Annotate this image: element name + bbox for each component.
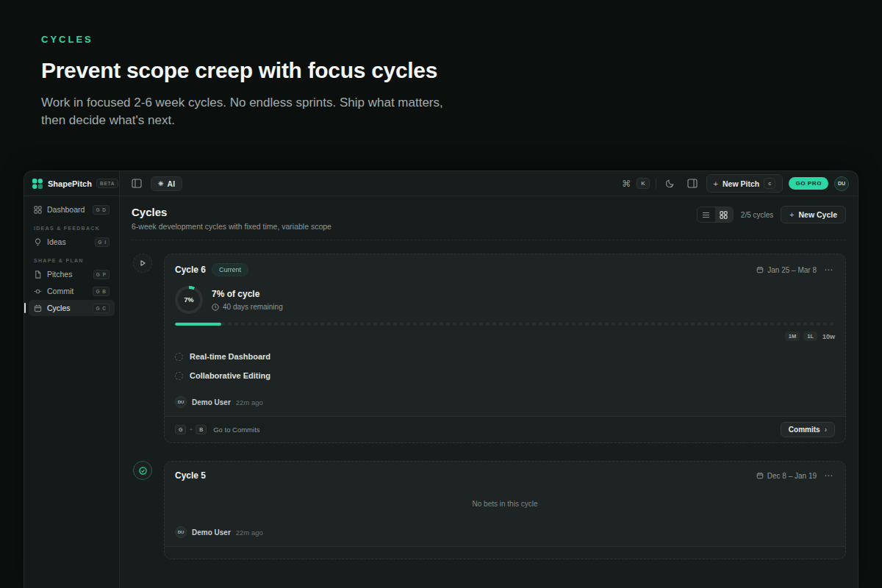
calendar-icon [34, 304, 42, 312]
date-range: Jan 25 – Mar 8 [756, 266, 817, 274]
dashboard-grid-icon [34, 206, 42, 214]
nav-shortcut: G D [93, 205, 110, 215]
sidebar-item-cycles[interactable]: Cycles G C [29, 300, 115, 316]
topbar: ✳ AI ⌘ K + New Pitch c GO PRO [120, 171, 858, 196]
k-keycap: K [637, 178, 649, 189]
hero-section: CYCLES Prevent scope creep with focus cy… [0, 0, 882, 129]
progress-block: 7% 7% of cycle 40 days remaining [175, 286, 835, 314]
more-menu-button[interactable]: ⋯ [822, 265, 835, 275]
ai-button-label: AI [168, 179, 176, 188]
cycle-title: Cycle 5 [175, 470, 206, 481]
sidebar-item-commit[interactable]: Commit G B [29, 283, 115, 299]
clock-icon [212, 304, 219, 311]
sidebar-header: ShapePitch BETA [24, 171, 119, 196]
page-header-controls: 2/5 cycles + New Cycle [697, 206, 846, 223]
theme-toggle-button[interactable] [662, 176, 678, 191]
brand-logo-icon [32, 178, 43, 190]
hero-subtitle: Work in focused 2-6 week cycles. No endl… [41, 94, 453, 129]
new-pitch-button[interactable]: + New Pitch c [706, 174, 784, 193]
beta-badge: BETA [96, 179, 118, 188]
cycle-count: 2/5 cycles [741, 211, 773, 219]
topbar-right: ⌘ K + New Pitch c GO PRO DU [622, 174, 849, 193]
date-range: Dec 8 – Jan 19 [756, 472, 817, 480]
progress-ring: 7% [175, 286, 203, 314]
card-footer: DU Demo User 22m ago [175, 390, 835, 416]
c-keycap: c [764, 178, 775, 189]
card-footer: DU Demo User 22m ago [175, 520, 835, 546]
section-ideas-feedback: IDEAS & FEEDBACK [34, 226, 110, 231]
size-badge-large: 1L [803, 331, 817, 341]
keyboard-hint: G + B Go to Commits [175, 425, 260, 434]
page-header-text: Cycles 6-week development cycles with fi… [132, 206, 331, 231]
b-keycap: B [196, 425, 207, 434]
calendar-icon [756, 266, 764, 273]
list-view-button[interactable] [698, 207, 715, 222]
document-icon [34, 270, 42, 279]
card-bottom-bar [165, 546, 845, 559]
go-pro-badge[interactable]: GO PRO [789, 177, 828, 190]
bet-item[interactable]: Collaborative Editing [175, 366, 835, 385]
header-divider [132, 240, 846, 240]
author-name: Demo User [192, 528, 231, 537]
main-panel: ✳ AI ⌘ K + New Pitch c GO PRO [120, 171, 858, 588]
author-name: Demo User [192, 398, 231, 406]
panel-toggle-button[interactable] [684, 176, 700, 191]
timeline-column [132, 254, 164, 273]
calendar-icon [756, 472, 764, 479]
page-header: Cycles 6-week development cycles with fi… [132, 206, 846, 231]
cycle-title: Cycle 6 [175, 265, 206, 275]
cycle-card-current[interactable]: Cycle 6 Current Jan 25 – Mar 8 ⋯ [164, 254, 846, 443]
sidebar-item-dashboard[interactable]: Dashboard G D [29, 201, 115, 218]
nav-shortcut: G P [93, 270, 110, 279]
commits-button[interactable]: Commits › [781, 422, 835, 437]
nav-shortcut: G I [95, 237, 110, 247]
timestamp: 22m ago [236, 528, 263, 537]
sidebar-toggle-button[interactable] [129, 176, 145, 191]
cycle-list: Cycle 6 Current Jan 25 – Mar 8 ⋯ [132, 254, 846, 559]
new-cycle-label: New Cycle [798, 210, 837, 219]
nav-label: Pitches [47, 270, 88, 279]
cycles-page: Cycles 6-week development cycles with fi… [120, 196, 858, 588]
command-key-icon: ⌘ [622, 179, 631, 189]
sparkle-icon: ✳ [158, 180, 164, 187]
nav-label: Dashboard [47, 205, 87, 214]
cycle-row-5: Cycle 5 Dec 8 – Jan 19 ⋯ No bets in thi [132, 461, 846, 559]
duration-label: 10w [822, 333, 835, 340]
bet-item[interactable]: Real-time Dashboard [175, 347, 835, 366]
new-cycle-button[interactable]: + New Cycle [781, 206, 846, 223]
size-badge-medium: 1M [785, 331, 800, 341]
timeline-column [132, 461, 164, 480]
section-shape-plan: SHAPE & PLAN [34, 258, 110, 263]
card-header: Cycle 5 Dec 8 – Jan 19 ⋯ [175, 470, 835, 481]
chevron-right-icon: › [825, 426, 827, 434]
play-circle-icon[interactable] [133, 254, 152, 273]
bet-status-circle-icon [175, 353, 183, 361]
cycle-card-past[interactable]: Cycle 5 Dec 8 – Jan 19 ⋯ No bets in thi [164, 461, 846, 559]
nav-label: Cycles [47, 304, 87, 312]
grid-view-button[interactable] [715, 207, 733, 222]
empty-state-message: No bets in this cycle [175, 481, 835, 515]
progress-ring-value: 7% [178, 289, 200, 311]
ai-button[interactable]: ✳ AI [151, 176, 182, 191]
page-title: Cycles [132, 206, 331, 218]
hint-separator: + [189, 426, 193, 433]
author-avatar: DU [175, 526, 187, 538]
timestamp: 22m ago [236, 398, 263, 406]
progress-label: 7% of cycle [212, 289, 283, 299]
current-badge: Current [212, 263, 248, 276]
hero-eyebrow: CYCLES [41, 34, 882, 45]
check-circle-icon[interactable] [133, 461, 152, 480]
sidebar: ShapePitch BETA Dashboard G D IDEAS & FE… [24, 171, 120, 588]
date-range-label: Jan 25 – Mar 8 [767, 266, 817, 274]
bet-label: Real-time Dashboard [190, 352, 270, 361]
page-subtitle: 6-week development cycles with fixed tim… [132, 222, 331, 231]
hint-label: Go to Commits [213, 426, 259, 434]
user-avatar[interactable]: DU [834, 176, 849, 191]
time-remaining: 40 days remaining [212, 303, 283, 311]
progress-text: 7% of cycle 40 days remaining [212, 289, 283, 311]
card-header-right: Dec 8 – Jan 19 ⋯ [756, 470, 835, 481]
sidebar-item-pitches[interactable]: Pitches G P [29, 266, 115, 282]
sidebar-item-ideas[interactable]: Ideas G I [29, 234, 115, 250]
more-menu-button[interactable]: ⋯ [822, 470, 835, 481]
commits-button-label: Commits [789, 426, 820, 434]
